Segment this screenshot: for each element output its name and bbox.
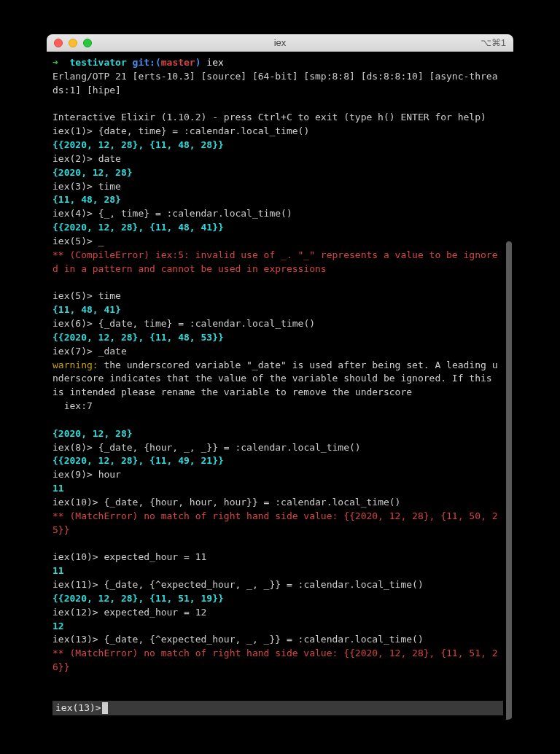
prompt-dir: testivator xyxy=(69,57,126,68)
repl-prompt: iex(10)> xyxy=(52,551,104,562)
prompt-git-prefix: git:( xyxy=(133,57,161,68)
repl-output: {{2020, 12, 28}, {11, 48, 28}} xyxy=(52,139,503,152)
elixir-banner: Interactive Elixir (1.10.2) - press Ctrl… xyxy=(52,111,503,125)
repl-line: iex(9)> hour xyxy=(52,468,503,482)
repl-line: iex(8)> {_date, {hour, _, _}} = :calenda… xyxy=(52,441,503,455)
repl-prompt: iex(2)> xyxy=(52,153,98,164)
repl-prompt: iex(9)> xyxy=(52,469,98,480)
repl-line: iex(11)> {_date, {^expected_hour, _, _}}… xyxy=(52,578,503,592)
repl-error: ** (MatchError) no match of right hand s… xyxy=(52,510,503,537)
repl-input: time xyxy=(98,290,121,301)
minimize-button[interactable] xyxy=(69,39,77,47)
repl-input: expected_hour = 11 xyxy=(104,551,206,562)
repl-input: {_, time} = :calendar.local_time() xyxy=(98,208,292,219)
terminal-body[interactable]: ➜ testivator git:(master) iex Erlang/OTP… xyxy=(47,52,513,720)
repl-output: {{2020, 12, 28}, {11, 51, 19}} xyxy=(52,592,503,606)
repl-output: {{2020, 12, 28}, {11, 48, 53}} xyxy=(52,331,503,345)
status-prompt: iex(13)> xyxy=(55,701,101,715)
repl-prompt: iex(11)> xyxy=(52,579,104,590)
repl-prompt: iex(12)> xyxy=(52,607,104,618)
window-title: iex xyxy=(47,37,513,48)
repl-input: expected_hour = 12 xyxy=(104,607,206,618)
repl-input: hour xyxy=(98,469,121,480)
repl-line: iex(12)> expected_hour = 12 xyxy=(52,606,503,620)
warning-location: iex:7 xyxy=(52,400,503,413)
repl-input: _date xyxy=(98,346,127,357)
repl-line: iex(5)> time xyxy=(52,289,503,303)
repl-line: iex(6)> {_date, time} = :calendar.local_… xyxy=(52,317,503,331)
repl-warning: warning: the underscored variable "_date… xyxy=(52,359,503,400)
repl-line: iex(5)> _ xyxy=(52,235,503,249)
repl-line: iex(2)> date xyxy=(52,152,503,166)
repl-prompt: iex(6)> xyxy=(52,318,98,329)
repl-prompt: iex(5)> xyxy=(52,236,98,246)
repl-output: {11, 48, 28} xyxy=(52,193,503,207)
repl-input: {_date, {^expected_hour, _, _}} = :calen… xyxy=(104,634,423,645)
close-button[interactable] xyxy=(54,39,63,47)
zoom-button[interactable] xyxy=(83,39,92,47)
repl-statusbar[interactable]: iex(13)> xyxy=(52,701,503,715)
repl-prompt: iex(7)> xyxy=(52,346,98,357)
repl-line: iex(7)> _date xyxy=(52,345,503,359)
repl-output: {11, 48, 41} xyxy=(52,303,503,317)
repl-output: {2020, 12, 28} xyxy=(52,166,503,180)
repl-input: {_date, {^expected_hour, _, _}} = :calen… xyxy=(104,579,423,590)
repl-prompt: iex(5)> xyxy=(52,290,98,301)
repl-line: iex(4)> {_, time} = :calendar.local_time… xyxy=(52,207,503,221)
prompt-arrow-icon: ➜ xyxy=(52,57,58,68)
repl-error: ** (MatchError) no match of right hand s… xyxy=(52,647,503,675)
prompt-git-branch: master xyxy=(161,57,195,68)
repl-prompt: iex(3)> xyxy=(52,181,98,192)
repl-output: 11 xyxy=(52,564,503,578)
erlang-banner: Erlang/OTP 21 [erts-10.3] [source] [64-b… xyxy=(52,70,503,98)
repl-error: ** (CompileError) iex:5: invalid use of … xyxy=(52,249,503,276)
repl-input: date xyxy=(98,153,121,164)
repl-output: {{2020, 12, 28}, {11, 48, 41}} xyxy=(52,221,503,235)
cursor-icon xyxy=(102,702,108,714)
repl-input: _ xyxy=(98,236,104,246)
repl-input: {_date, {hour, hour, hour}} = :calendar.… xyxy=(104,497,400,508)
repl-line: iex(10)> {_date, {hour, hour, hour}} = :… xyxy=(52,496,503,510)
terminal-window: iex ⌥⌘1 ➜ testivator git:(master) iex Er… xyxy=(47,34,513,720)
repl-prompt: iex(4)> xyxy=(52,208,98,219)
repl-input: time xyxy=(98,181,121,192)
repl-prompt: iex(1)> xyxy=(52,125,98,136)
repl-line: iex(1)> {date, time} = :calendar.local_t… xyxy=(52,125,503,139)
terminal-scroll-area[interactable]: ➜ testivator git:(master) iex Erlang/OTP… xyxy=(52,56,503,699)
traffic-lights xyxy=(47,39,92,47)
repl-line: iex(13)> {_date, {^expected_hour, _, _}}… xyxy=(52,633,503,647)
repl-prompt: iex(8)> xyxy=(52,442,98,453)
repl-output: {2020, 12, 28} xyxy=(52,427,503,441)
repl-output: 12 xyxy=(52,620,503,634)
repl-input: {_date, time} = :calendar.local_time() xyxy=(98,318,315,329)
repl-output: 11 xyxy=(52,482,503,496)
repl-line: iex(3)> time xyxy=(52,180,503,194)
repl-prompt: iex(10)> xyxy=(52,497,104,508)
shell-prompt-line: ➜ testivator git:(master) iex xyxy=(52,56,503,70)
repl-input: {_date, {hour, _, _}} = :calendar.local_… xyxy=(98,442,361,453)
warning-text: the underscored variable "_date" is used… xyxy=(52,359,498,398)
repl-prompt: iex(13)> xyxy=(52,634,104,645)
repl-output: {{2020, 12, 28}, {11, 49, 21}} xyxy=(52,454,503,468)
titlebar[interactable]: iex ⌥⌘1 xyxy=(47,34,513,52)
prompt-git-suffix: ) xyxy=(195,57,201,68)
warning-label: warning: xyxy=(52,359,98,370)
prompt-command: iex xyxy=(206,57,223,68)
repl-line: iex(10)> expected_hour = 11 xyxy=(52,551,503,564)
repl-input: {date, time} = :calendar.local_time() xyxy=(98,125,310,136)
window-shortcut-hint: ⌥⌘1 xyxy=(481,37,506,48)
scrollbar-thumb[interactable] xyxy=(506,241,512,720)
